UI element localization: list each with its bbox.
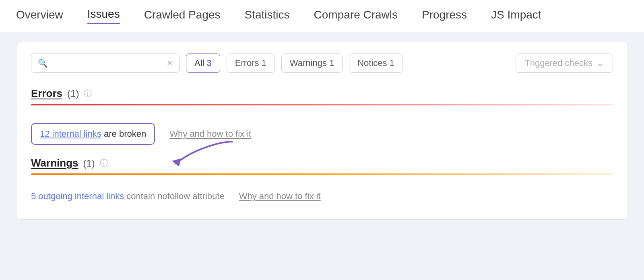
search-box: 🔍 internal links ✕ <box>31 54 180 73</box>
warnings-section-header: Warnings (1) ⓘ <box>31 157 613 169</box>
errors-issue-row: 12 internal links are broken Why and how… <box>31 115 613 153</box>
main-content: 🔍 internal links ✕ All3 Errors1 Warnings… <box>0 32 644 229</box>
filter-errors-button[interactable]: Errors1 <box>227 54 275 73</box>
warnings-section: Warnings (1) ⓘ 5 outgoing internal links… <box>31 157 613 208</box>
warnings-link-text[interactable]: 5 outgoing internal links <box>31 191 124 201</box>
nav-issues[interactable]: Issues <box>87 8 120 24</box>
svg-marker-0 <box>172 159 181 167</box>
clear-icon[interactable]: ✕ <box>167 59 173 68</box>
search-input[interactable]: internal links <box>52 58 163 68</box>
arrow-annotation <box>168 138 240 170</box>
errors-count: (1) <box>67 88 79 99</box>
filter-warnings-button[interactable]: Warnings1 <box>281 54 343 73</box>
warnings-count: (1) <box>83 158 95 169</box>
warnings-issue-text: 5 outgoing internal links contain nofoll… <box>31 191 225 202</box>
triggered-checks-button[interactable]: Triggered checks ⌄ <box>516 54 613 73</box>
nav-js-impact[interactable]: JS Impact <box>491 8 541 24</box>
warnings-info-icon[interactable]: ⓘ <box>100 158 108 169</box>
warnings-why-fix-link[interactable]: Why and how to fix it <box>239 191 321 202</box>
filter-all-button[interactable]: All3 <box>186 54 220 73</box>
nav-compare-crawls[interactable]: Compare Crawls <box>314 8 398 24</box>
errors-section-header: Errors (1) ⓘ <box>31 87 613 100</box>
warnings-orange-divider <box>31 173 613 175</box>
search-icon: 🔍 <box>38 58 48 68</box>
errors-info-icon[interactable]: ⓘ <box>84 88 92 99</box>
warnings-title: Warnings <box>31 157 78 169</box>
nav-statistics[interactable]: Statistics <box>245 8 290 24</box>
warnings-suffix: contain nofollow attribute <box>124 191 225 201</box>
broken-links-suffix: are broken <box>101 129 146 139</box>
warnings-issue-row: 5 outgoing internal links contain nofoll… <box>31 185 613 208</box>
broken-links-count-text: 12 internal links <box>40 129 101 139</box>
top-navigation: Overview Issues Crawled Pages Statistics… <box>0 0 644 32</box>
errors-title: Errors <box>31 87 62 100</box>
chevron-down-icon: ⌄ <box>597 58 604 68</box>
issues-card: 🔍 internal links ✕ All3 Errors1 Warnings… <box>16 42 628 220</box>
filter-row: 🔍 internal links ✕ All3 Errors1 Warnings… <box>31 54 613 73</box>
errors-red-divider <box>31 104 613 105</box>
nav-crawled-pages[interactable]: Crawled Pages <box>144 8 221 24</box>
filter-notices-button[interactable]: Notices1 <box>349 54 403 73</box>
nav-progress[interactable]: Progress <box>422 8 467 24</box>
nav-overview[interactable]: Overview <box>16 8 63 24</box>
broken-links-button[interactable]: 12 internal links are broken <box>31 123 155 145</box>
